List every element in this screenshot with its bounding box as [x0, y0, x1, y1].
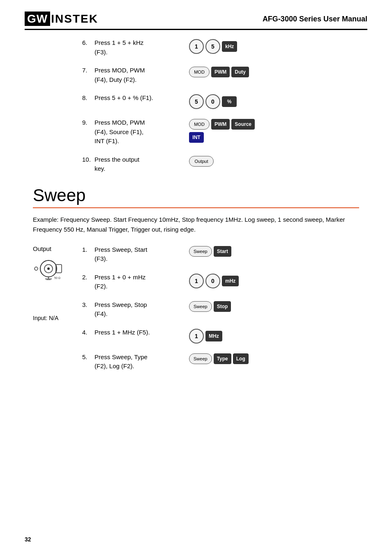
sweep-step-3-num: 3.: [82, 300, 95, 308]
key-sweep2: Sweep: [189, 301, 212, 312]
sweep-step-1-keys: Sweep Start: [189, 245, 231, 257]
sweep-step-1: 1. Press Sweep, Start(F3). Sweep Start: [82, 245, 359, 264]
sweep-step-3: 3. Press Sweep, Stop(F4). Sweep Stop: [82, 300, 359, 319]
step-10-text: Press the outputkey.: [95, 155, 177, 174]
key-output: Output: [189, 156, 214, 167]
step-7-num: 7.: [82, 66, 95, 74]
sweep-step-4: 4. Press 1 + MHz (F5). 1 MHz: [82, 328, 359, 344]
sweep-step-4-text: Press 1 + MHz (F5).: [95, 328, 177, 337]
key-mod2: MOD: [189, 119, 210, 130]
sweep-divider: [33, 207, 359, 208]
step-8-num: 8.: [82, 93, 95, 101]
input-label: Input: N/A: [33, 315, 78, 321]
step-9-num: 9.: [82, 118, 95, 126]
key-source: Source: [231, 119, 255, 130]
sweep-sidebar: Output: [33, 245, 82, 321]
key-sweep3: Sweep: [189, 353, 212, 364]
key-sweep1: Sweep: [189, 246, 212, 257]
step-7-keys: MOD PWM Duty: [189, 66, 249, 77]
sweep-step-4-keys: 1 MHz: [189, 328, 222, 344]
key-1c: 1: [189, 329, 204, 344]
key-1b: 1: [189, 274, 204, 288]
sweep-step-5-keys: Sweep Type Log: [189, 353, 249, 364]
key-khz: kHz: [222, 41, 237, 52]
sweep-step-2-text: Press 1 + 0 + mHz(F2).: [95, 273, 177, 291]
top-instructions: 6. Press 1 + 5 + kHz(F3). 1 5 kHz 7. Pre…: [82, 38, 359, 174]
sweep-step-3-keys: Sweep Stop: [189, 300, 231, 312]
logo-gw: GW: [25, 12, 50, 26]
key-0b: 0: [205, 274, 220, 288]
key-mod: MOD: [189, 67, 210, 77]
step-10-num: 10.: [82, 155, 95, 163]
sweep-step-2-keys: 1 0 mHz: [189, 273, 239, 288]
key-0: 0: [205, 94, 220, 109]
sweep-step-5-num: 5.: [82, 353, 95, 360]
sweep-step-2-num: 2.: [82, 273, 95, 281]
step-10: 10. Press the outputkey. Output: [82, 155, 359, 174]
step-6-text: Press 1 + 5 + kHz(F3).: [95, 38, 177, 57]
step-9-keys-row2: INT: [189, 132, 255, 143]
main-content: 6. Press 1 + 5 + kHz(F3). 1 5 kHz 7. Pre…: [25, 38, 367, 380]
svg-point-0: [35, 267, 38, 270]
sweep-step-2: 2. Press 1 + 0 + mHz(F2). 1 0 mHz: [82, 273, 359, 291]
page-number: 32: [25, 536, 31, 543]
step-10-keys: Output: [189, 155, 214, 167]
key-int: INT: [189, 132, 204, 143]
key-stop: Stop: [214, 301, 231, 312]
step-6: 6. Press 1 + 5 + kHz(F3). 1 5 kHz: [82, 38, 359, 57]
step-8-keys: 5 0 %: [189, 93, 237, 109]
sweep-content: Output: [33, 245, 359, 380]
step-7-text: Press MOD, PWM(F4), Duty (F2).: [95, 66, 177, 84]
step-6-keys: 1 5 kHz: [189, 38, 237, 54]
sweep-instructions: 1. Press Sweep, Start(F3). Sweep Start 2…: [82, 245, 359, 380]
step-6-num: 6.: [82, 38, 95, 46]
key-1: 1: [189, 39, 204, 54]
step-9-keys-row1: MOD PWM Source: [189, 119, 255, 130]
sweep-step-4-num: 4.: [82, 328, 95, 336]
step-9-text: Press MOD, PWM(F4), Source (F1),INT (F1)…: [95, 118, 177, 146]
key-start: Start: [214, 246, 231, 257]
key-5b: 5: [189, 94, 204, 109]
step-9-keys: MOD PWM Source INT: [189, 118, 255, 143]
step-8: 8. Press 5 + 0 + % (F1). 5 0 %: [82, 93, 359, 109]
sweep-title: Sweep: [33, 186, 359, 205]
sweep-description: Example: Frequency Sweep. Start Frequenc…: [33, 215, 359, 235]
key-log: Log: [233, 353, 249, 364]
step-9: 9. Press MOD, PWM(F4), Source (F1),INT (…: [82, 118, 359, 146]
sweep-step-1-num: 1.: [82, 245, 95, 253]
step-7: 7. Press MOD, PWM(F4), Duty (F2). MOD PW…: [82, 66, 359, 84]
key-mhz: mHz: [222, 276, 239, 286]
output-connector: 50 Ω: [33, 255, 66, 280]
logo: GWINSTEK: [25, 12, 98, 26]
svg-point-3: [47, 267, 50, 270]
sweep-step-3-text: Press Sweep, Stop(F4).: [95, 300, 177, 319]
sweep-section: Sweep Example: Frequency Sweep. Start Fr…: [33, 186, 359, 380]
key-pwm: PWM: [211, 67, 230, 77]
sweep-step-5-text: Press Sweep, Type(F2), Log (F2).: [95, 353, 177, 371]
output-label: Output: [33, 245, 78, 252]
sweep-step-1-text: Press Sweep, Start(F3).: [95, 245, 177, 264]
step-8-text: Press 5 + 0 + % (F1).: [95, 93, 177, 103]
key-5: 5: [205, 39, 220, 54]
step-9-keys-col: MOD PWM Source INT: [189, 119, 255, 143]
sweep-step-5: 5. Press Sweep, Type(F2), Log (F2). Swee…: [82, 353, 359, 371]
logo-instek: INSTEK: [51, 12, 98, 25]
key-duty: Duty: [231, 67, 249, 77]
page: GWINSTEK AFG-3000 Series User Manual 6. …: [0, 0, 392, 555]
key-pwm2: PWM: [211, 119, 230, 130]
page-header: GWINSTEK AFG-3000 Series User Manual: [25, 12, 367, 30]
key-MHz: MHz: [205, 331, 222, 341]
manual-title: AFG-3000 Series User Manual: [263, 15, 367, 23]
key-percent: %: [222, 96, 237, 107]
svg-text:50 Ω: 50 Ω: [54, 276, 60, 279]
key-type: Type: [214, 353, 231, 364]
